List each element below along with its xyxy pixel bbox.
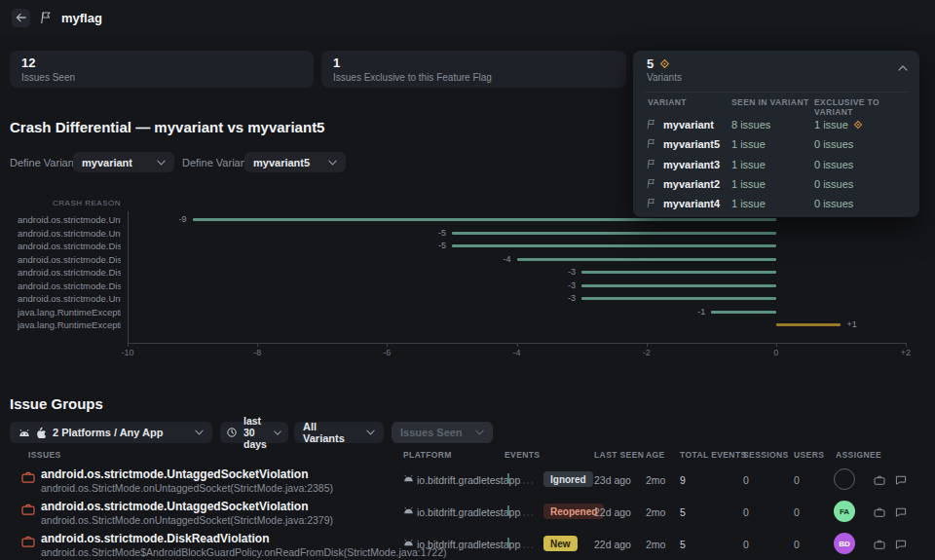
chart-value-label: -5 — [429, 241, 446, 250]
variants-panel: 5 Variants VARIANT SEEN IN VARIANT EXCLU… — [633, 51, 919, 217]
x-tick-label: -6 — [372, 348, 401, 357]
seen-in-variant-link[interactable]: 1 issue — [731, 159, 766, 170]
column-header-seen: SEEN IN VARIANT — [731, 97, 809, 107]
y-axis-line — [128, 211, 129, 343]
x-tick-label: 0 — [762, 348, 791, 357]
flag-icon — [646, 119, 656, 130]
variant-name: myvariant5 — [663, 138, 720, 150]
column-header-exclusive: EXCLUSIVE TO VARIANT — [814, 97, 919, 117]
chart-bar — [776, 323, 842, 326]
chart-bar — [581, 284, 776, 287]
variants-label: Variants — [647, 72, 682, 83]
x-tick — [387, 343, 388, 347]
exclusive-to-variant-link[interactable]: 0 issues — [814, 198, 853, 209]
x-tick — [647, 343, 648, 347]
variant-row: myvariant8 issues1 issue — [633, 116, 919, 133]
variant-row: myvariant31 issue0 issues — [633, 156, 919, 173]
chart-category-label: android.os.strictmode.DiskR… — [18, 280, 121, 291]
chart-value-label: +1 — [846, 319, 856, 329]
exclusive-to-variant-link[interactable]: 0 issues — [814, 159, 853, 170]
variant-name: myvariant2 — [663, 178, 720, 190]
seen-in-variant-link[interactable]: 1 issue — [731, 138, 766, 150]
chart-bar — [517, 258, 776, 261]
chart-category-label: android.os.strictmode.Untag… — [18, 214, 121, 225]
variants-count: 5 — [647, 56, 670, 71]
chart-value-label: -3 — [558, 293, 576, 303]
x-tick — [128, 343, 129, 347]
chart-value-label: -3 — [558, 267, 576, 277]
flag-icon — [646, 198, 656, 208]
column-header-variant: VARIANT — [648, 97, 687, 107]
chevron-up-icon — [898, 65, 908, 71]
chart-bar — [711, 311, 776, 314]
x-tick-label: +2 — [891, 348, 920, 357]
app-root: myflag 12 Issues Seen 1 Issues Exclusive… — [0, 0, 935, 560]
variant-name: myvariant — [663, 119, 714, 131]
seen-in-variant-link[interactable]: 1 issue — [731, 178, 766, 190]
seen-in-variant-link[interactable]: 1 issue — [731, 198, 766, 209]
x-tick-label: -8 — [243, 348, 272, 357]
variant-name: myvariant3 — [663, 159, 720, 170]
variant-row: myvariant41 issue0 issues — [633, 195, 919, 212]
chart-category-label: android.os.strictmode.DiskR… — [18, 241, 121, 251]
x-tick — [776, 343, 777, 347]
variant-row: myvariant51 issue0 issues — [633, 135, 919, 153]
chart-value-label: -5 — [429, 228, 446, 238]
chart-category-label: android.os.strictmode.DiskR… — [18, 254, 121, 265]
diamond-icon — [853, 120, 863, 130]
seen-in-variant-link[interactable]: 8 issues — [731, 119, 770, 131]
chart-value-label: -9 — [169, 214, 187, 224]
collapse-panel-button[interactable] — [898, 59, 908, 74]
x-tick — [517, 343, 518, 347]
flag-icon — [646, 138, 656, 149]
chart-category-label: android.os.strictmode.DiskR… — [18, 267, 121, 278]
x-tick-label: -2 — [632, 348, 661, 357]
chart-category-label: android.os.strictmode.Untag… — [18, 293, 121, 304]
exclusive-to-variant-link[interactable]: 0 issues — [814, 138, 853, 150]
chart-axis-title: CRASH REASON — [18, 199, 121, 207]
x-tick — [906, 343, 907, 347]
x-tick — [257, 343, 258, 347]
chart-value-label: -1 — [688, 307, 705, 317]
chart-bar — [452, 244, 776, 247]
chart-bar — [193, 218, 776, 221]
chart-category-label: java.lang.RuntimeException… — [18, 307, 121, 317]
variant-row: myvariant21 issue0 issues — [633, 175, 919, 193]
x-tick-label: -4 — [503, 348, 532, 357]
flag-icon — [646, 159, 656, 169]
chart-category-label: android.os.strictmode.Untag… — [18, 228, 121, 239]
flag-icon — [646, 178, 656, 189]
chart-bar — [452, 232, 776, 235]
diamond-icon — [659, 58, 670, 69]
chart-bar — [581, 271, 776, 274]
x-tick-label: -10 — [113, 348, 142, 357]
chart-value-label: -3 — [558, 280, 576, 290]
chart-value-label: -4 — [494, 254, 511, 264]
exclusive-to-variant-link[interactable]: 1 issue — [814, 119, 863, 131]
divider — [645, 92, 908, 93]
chart-category-label: java.lang.RuntimeException… — [18, 319, 121, 330]
variant-name: myvariant4 — [663, 198, 720, 209]
exclusive-to-variant-link[interactable]: 0 issues — [814, 178, 853, 190]
chart-bar — [581, 297, 776, 300]
